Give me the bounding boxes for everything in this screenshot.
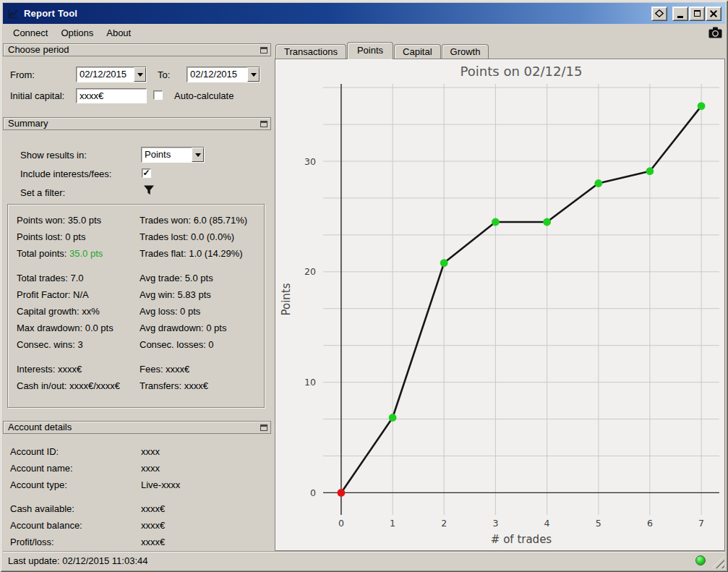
tab-points[interactable]: Points [347,42,393,59]
resize-grip[interactable] [712,556,724,568]
maximize-button[interactable] [689,7,705,21]
menu-options[interactable]: Options [54,25,100,40]
profit-loss-label: Profit/loss: [10,534,141,550]
svg-text:0: 0 [310,487,316,498]
stat-avg-win: Avg win: 5.83 pts [140,286,264,303]
summary-panel: Summary Show results in: Points Include … [3,117,271,418]
svg-text:2: 2 [441,518,447,529]
svg-text:# of trades: # of trades [491,533,552,546]
svg-text:6: 6 [647,518,653,529]
svg-text:1: 1 [390,518,395,529]
stat-points-won: Points won: 35.0 pts [17,212,140,229]
tab-growth[interactable]: Growth [442,44,489,59]
svg-text:10: 10 [304,377,316,388]
from-date-select[interactable]: 02/12/2015 [76,67,147,82]
svg-text:Points on 02/12/15: Points on 02/12/15 [461,64,583,79]
connection-status-led [695,555,706,565]
menu-connect[interactable]: Connect [7,25,54,40]
summary-body: Show results in: Points Include interest… [3,130,271,418]
account-details-grid: Account ID: xxxx Account name: xxxx Acco… [3,434,271,550]
stat-transfers: Transfers: xxxx€ [140,377,264,394]
from-label: From: [10,69,35,80]
to-date-value: 02/12/2015 [190,69,237,80]
choose-period-panel: Choose period From: 02/12/2015 To: 02/12… [3,43,271,113]
stat-total-trades: Total trades: 7.0 [17,270,140,286]
filter-button[interactable] [142,184,155,197]
float-panel-icon[interactable] [260,47,267,54]
show-results-select[interactable]: Points [141,147,205,163]
svg-text:7: 7 [698,518,704,529]
account-details-body: Account ID: xxxx Account name: xxxx Acco… [3,434,271,551]
close-icon [710,10,717,17]
stat-avg-drawdown: Avg drawdown: 0 pts [140,320,264,336]
camera-icon [708,27,722,38]
last-update-text: Last update: 02/12/2015 11:03:44 [8,555,147,566]
account-details-header: Account details [3,421,271,434]
account-name-label: Account name: [10,460,141,477]
include-interests-checkbox[interactable]: ✓ [142,168,151,178]
svg-text:5: 5 [596,518,601,529]
stat-total-points: Total points: 35.0 pts [17,245,140,262]
stat-points-lost: Points lost: 0 pts [17,229,140,245]
svg-text:4: 4 [544,518,550,529]
stat-avg-loss: Avg loss: 0 pts [140,303,264,320]
auto-calculate-label: Auto-calculate [174,90,234,101]
left-panel: Choose period From: 02/12/2015 To: 02/12… [3,42,271,551]
dropdown-arrow-icon[interactable] [192,148,204,162]
tab-transactions[interactable]: Transactions [275,44,346,59]
account-id-value: xxxx [141,443,271,460]
screenshot-button[interactable] [706,25,724,40]
window-controls [651,7,721,21]
account-balance-value: xxxx€ [141,517,271,534]
initial-capital-input[interactable] [76,88,147,103]
float-panel-icon[interactable] [260,121,267,127]
from-date-value: 02/12/2015 [80,69,127,80]
to-date-select[interactable]: 02/12/2015 [187,67,260,82]
chart-area: Transactions Points Capital Growth 01020… [275,42,725,551]
account-name-value: xxxx [141,460,271,477]
status-bar: Last update: 02/12/2015 11:03:44 [3,551,725,569]
svg-text:0: 0 [338,518,344,529]
account-type-value: Live-xxxx [141,477,271,493]
stat-cash-in-out: Cash in/out: xxxx€/xxxx€ [17,377,140,394]
stat-trades-won: Trades won: 6.0 (85.71%) [140,212,264,229]
float-panel-icon[interactable] [260,424,267,431]
minimize-icon [677,16,683,18]
titlebar[interactable]: Report Tool [3,3,725,24]
dropdown-arrow-icon[interactable] [247,67,260,82]
show-results-value: Points [145,149,171,160]
choose-period-title: Choose period [8,44,69,56]
summary-stats-grid: Points won: 35.0 pts Trades won: 6.0 (85… [8,205,264,394]
close-button[interactable] [706,7,721,21]
stat-trades-flat: Trades flat: 1.0 (14.29%) [140,245,264,262]
diamond-icon [655,9,664,17]
maximize-icon [694,10,701,17]
profit-loss-value: xxxx€ [141,534,271,550]
account-balance-label: Account balance: [10,517,141,534]
menu-about[interactable]: About [100,25,137,40]
filter-funnel-icon [143,184,155,196]
set-filter-label: Set a filter: [20,187,65,198]
minimize-button[interactable] [672,7,688,21]
cash-available-label: Cash available: [10,500,141,517]
svg-text:3: 3 [492,518,498,529]
window-title: Report Tool [24,8,77,19]
stat-trades-lost: Trades lost: 0.0 (0.0%) [140,229,264,245]
stat-max-drawdown: Max drawdown: 0.0 pts [17,320,140,336]
svg-text:30: 30 [304,156,316,167]
cash-available-value: xxxx€ [141,500,271,517]
stat-capital-growth: Capital growth: xx% [17,303,140,320]
auto-calculate-checkbox[interactable] [153,90,163,100]
choose-period-header: Choose period [3,43,271,56]
initial-capital-label: Initial capital: [10,90,64,101]
show-results-label: Show results in: [20,150,87,161]
stat-consec-losses: Consec. losses: 0 [140,336,264,353]
summary-header: Summary [3,117,271,130]
stat-interests: Interests: xxxx€ [17,361,140,377]
account-details-panel: Account details Account ID: xxxx Account… [3,421,271,551]
dropdown-arrow-icon[interactable] [134,67,146,82]
tab-bar: Transactions Points Capital Growth [275,42,725,59]
detach-button[interactable] [651,7,667,21]
choose-period-body: From: 02/12/2015 To: 02/12/2015 Initial … [3,56,271,113]
tab-capital[interactable]: Capital [394,44,440,59]
